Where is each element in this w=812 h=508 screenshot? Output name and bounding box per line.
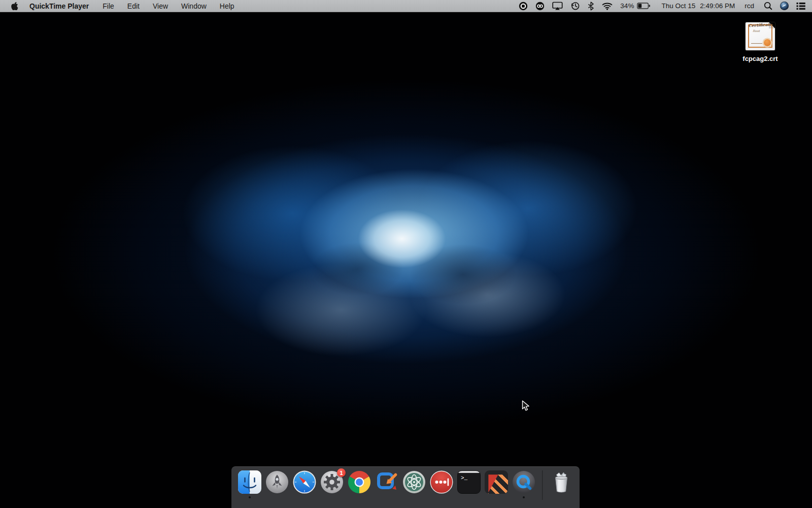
battery-percent-label: 34%	[620, 2, 634, 10]
terminal-icon: >_	[457, 470, 481, 494]
stop-recording-icon[interactable]	[519, 2, 528, 11]
dock: 1	[231, 466, 580, 508]
dock-separator	[542, 470, 543, 500]
menu-view[interactable]: View	[153, 2, 168, 10]
dock-item-quicktime[interactable]	[512, 470, 535, 494]
dock-item-terminal[interactable]: >_	[457, 470, 481, 494]
time-machine-icon[interactable]	[570, 1, 580, 11]
airplay-display-icon[interactable]	[552, 2, 563, 10]
globe-status-icon[interactable]	[780, 2, 789, 10]
battery-icon[interactable]	[637, 3, 651, 9]
dock-item-trash[interactable]	[550, 470, 573, 494]
dock-item-system-preferences[interactable]: 1	[320, 470, 344, 494]
menu-help[interactable]: Help	[220, 2, 234, 10]
desktop-file-label: fcpcag2.crt	[738, 55, 782, 62]
dock-item-safari[interactable]	[293, 470, 316, 494]
dock-item-atom[interactable]	[402, 470, 426, 494]
dock-item-finder[interactable]	[238, 470, 261, 494]
spotlight-search-icon[interactable]	[764, 2, 772, 10]
apple-menu-icon[interactable]	[11, 2, 18, 10]
certificate-rule-line	[751, 43, 762, 44]
notification-center-icon[interactable]	[796, 2, 805, 10]
orange-stripes	[485, 470, 508, 494]
mouse-cursor	[522, 400, 532, 414]
menu-edit[interactable]: Edit	[127, 2, 140, 10]
menu-bar: QuickTime Player File Edit View Window H…	[0, 0, 812, 12]
bluetooth-icon[interactable]	[588, 2, 594, 11]
terminal-prompt-glyph: >_	[461, 475, 467, 481]
running-indicator-quicktime	[523, 496, 525, 498]
desktop-file-fcpcag2[interactable]: Certificate Root fcpcag2.crt	[738, 18, 782, 62]
creative-cloud-icon[interactable]	[535, 2, 545, 11]
running-indicator-finder	[249, 496, 251, 498]
dock-item-launchpad[interactable]	[265, 470, 289, 494]
dock-item-chrome[interactable]	[348, 470, 371, 494]
desktop-screen: QuickTime Player File Edit View Window H…	[0, 0, 812, 508]
clock-time: 2:49:06 PM	[700, 2, 735, 10]
menu-bar-left: QuickTime Player File Edit View Window H…	[0, 2, 248, 10]
menu-bar-status-area: 34% Thu Oct 15 2:49:06 PM rcd	[519, 1, 812, 11]
dock-item-blue-arrow-app[interactable]	[375, 470, 398, 494]
active-app-menu[interactable]: QuickTime Player	[29, 2, 89, 10]
certificate-seal	[764, 39, 771, 46]
menu-window[interactable]: Window	[181, 2, 207, 10]
dock-item-striped-app[interactable]	[485, 470, 508, 494]
wifi-icon[interactable]	[602, 2, 613, 10]
diagonal-stripes-app-icon	[485, 470, 508, 494]
certificate-file-icon: Certificate Root	[746, 22, 775, 50]
fast-user-switch-label[interactable]: rcd	[745, 2, 754, 10]
menu-bar-clock[interactable]: Thu Oct 15 2:49:06 PM	[661, 2, 735, 10]
wallpaper-blue-nebula	[0, 0, 812, 508]
clock-date: Thu Oct 15	[661, 2, 695, 10]
menu-file[interactable]: File	[103, 2, 114, 10]
dock-item-lastpass[interactable]	[430, 470, 453, 494]
notification-badge: 1	[337, 468, 346, 477]
